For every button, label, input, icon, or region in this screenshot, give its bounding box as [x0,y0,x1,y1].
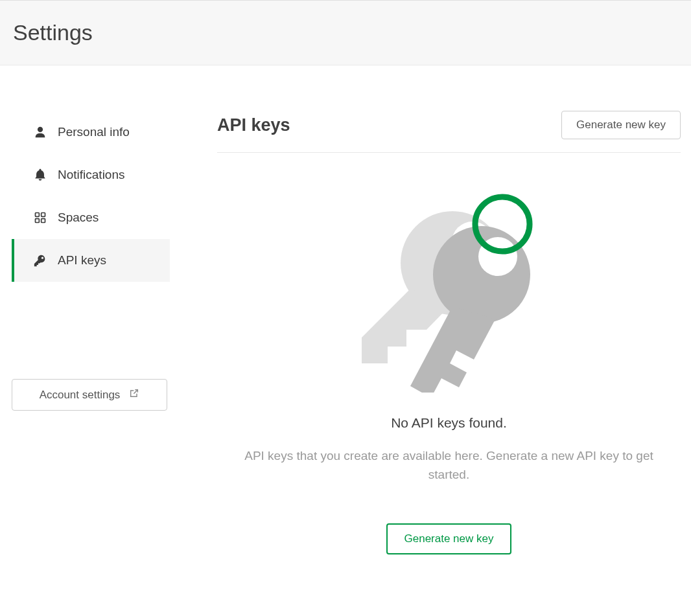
main-content: API keys Generate new key [182,111,687,554]
empty-state: No API keys found. API keys that you cre… [217,153,681,554]
sidebar-item-personal-info[interactable]: Personal info [12,111,170,154]
grid-icon [33,211,47,225]
settings-sidebar: Personal info Notifications [0,111,182,554]
svg-point-0 [38,127,43,132]
sidebar-item-label: Personal info [58,125,130,139]
svg-rect-2 [41,213,45,217]
account-settings-button[interactable]: Account settings [12,379,167,411]
page-title: Settings [13,20,678,45]
bell-icon [33,168,47,182]
main-header: API keys Generate new key [217,111,681,153]
person-icon [33,125,47,139]
sidebar-item-api-keys[interactable]: API keys [12,239,170,282]
external-link-icon [129,388,139,402]
empty-state-title: No API keys found. [391,415,507,431]
page-header: Settings [0,0,691,65]
keys-illustration-icon [352,192,546,393]
sidebar-item-label: Spaces [58,211,99,225]
generate-new-key-button-primary[interactable]: Generate new key [386,523,512,554]
empty-state-description: API keys that you create are available h… [242,446,657,485]
account-settings-label: Account settings [40,389,121,402]
sidebar-item-label: API keys [58,253,106,268]
sidebar-item-label: Notifications [58,168,125,182]
section-title: API keys [217,115,290,135]
sidebar-item-notifications[interactable]: Notifications [12,154,170,196]
svg-rect-3 [36,219,40,223]
key-icon [33,253,47,268]
svg-rect-4 [41,219,45,223]
generate-new-key-button-header[interactable]: Generate new key [561,111,681,139]
pointer-cursor-icon [500,553,514,554]
sidebar-item-spaces[interactable]: Spaces [12,196,170,239]
svg-rect-1 [36,213,40,217]
generate-button-label: Generate new key [404,532,494,545]
